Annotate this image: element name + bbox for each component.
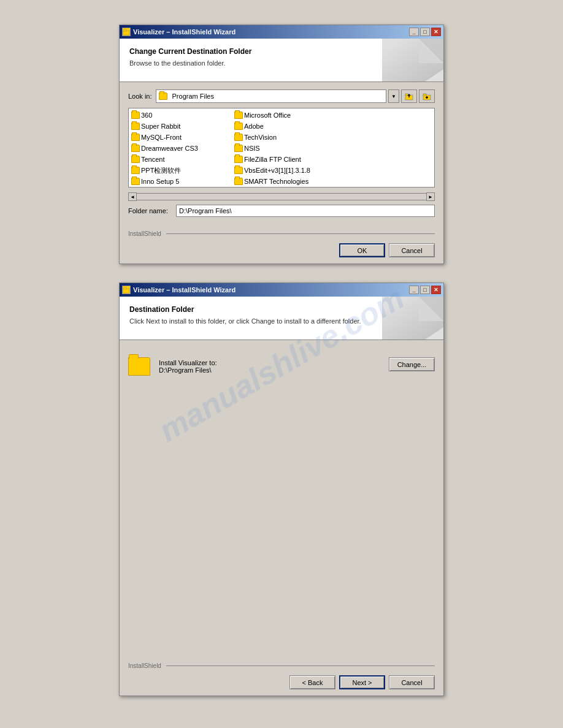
look-in-dropdown-arrow[interactable]: ▼ <box>388 89 399 103</box>
folder-name-row: Folder name: <box>128 205 435 217</box>
header-subtitle-2: Click Next to install to this folder, or… <box>129 317 372 325</box>
list-item[interactable]: SMART Technologies <box>233 176 336 187</box>
list-item[interactable]: 360 <box>130 110 233 121</box>
list-item[interactable]: PPT检测软件 <box>130 165 233 176</box>
close-button-2[interactable]: ✕ <box>431 286 441 294</box>
folder-icon <box>234 167 243 174</box>
window2: Visualizer – InstallShield Wizard _ □ ✕ … <box>119 282 444 696</box>
folder-icon <box>131 178 140 185</box>
folder-icon <box>234 156 243 163</box>
folder-icon <box>234 112 243 119</box>
minimize-button-1[interactable]: _ <box>409 28 419 36</box>
folder-icon <box>234 145 243 152</box>
svg-rect-1 <box>123 29 126 31</box>
large-folder-icon <box>128 357 150 376</box>
installshield-label-2: InstallShield <box>128 662 161 669</box>
scrollbar-area[interactable]: ◄ ► <box>128 192 435 201</box>
folder-name-input[interactable] <box>176 205 435 217</box>
back-button[interactable]: < Back <box>289 675 335 689</box>
header-title-2: Destination Folder <box>129 305 372 314</box>
folder-icon <box>131 123 140 130</box>
file-list[interactable]: 360 Microsoft Office Super Rabbit Adobe … <box>128 108 435 188</box>
installshield-label-1: InstallShield <box>128 230 161 237</box>
list-item[interactable]: Tencent <box>130 154 233 165</box>
title-bar-1: Visualizer – InstallShield Wizard _ □ ✕ <box>120 25 443 39</box>
button-bar-2: < Back Next > Cancel <box>120 672 443 696</box>
list-item[interactable]: Microsoft Office <box>233 110 336 121</box>
folder-icon <box>131 167 140 174</box>
svg-rect-10 <box>423 94 426 96</box>
title-text-2: Visualizer – InstallShield Wizard <box>133 286 236 294</box>
scroll-track <box>137 193 426 200</box>
folder-icon <box>234 134 243 141</box>
folder-icon <box>131 156 140 163</box>
install-to-label: Install Visualizer to: <box>159 359 380 366</box>
list-item[interactable]: Kingsoft <box>233 187 336 188</box>
header-title-1: Change Current Destination Folder <box>129 47 372 56</box>
install-destination-row: Install Visualizer to: D:\Program Files\… <box>128 357 435 376</box>
folder-icon <box>131 112 140 119</box>
header-graphic-2 <box>382 297 443 339</box>
app-icon-1 <box>122 28 131 36</box>
look-in-value: Program Files <box>172 93 383 100</box>
separator-2 <box>166 665 435 666</box>
destination-body: Install Visualizer to: D:\Program Files\… <box>120 340 443 536</box>
new-folder-button[interactable] <box>419 89 435 103</box>
next-button[interactable]: Next > <box>339 675 385 689</box>
folder-name-label: Folder name: <box>128 207 171 214</box>
title-text-1: Visualizer – InstallShield Wizard <box>133 28 236 36</box>
header-graphic-1 <box>382 39 443 82</box>
folder-icon <box>131 134 140 141</box>
app-icon-2 <box>122 286 131 294</box>
installshield-footer-1: InstallShield <box>120 227 443 240</box>
header-section-1: Change Current Destination Folder Browse… <box>120 39 443 82</box>
scroll-left-button[interactable]: ◄ <box>128 192 137 201</box>
list-item[interactable]: Adobe <box>233 121 336 132</box>
svg-rect-14 <box>123 287 126 289</box>
maximize-button-2[interactable]: □ <box>420 286 430 294</box>
separator-1 <box>166 233 435 234</box>
list-item[interactable]: Dreamweaver CS3 <box>130 143 233 154</box>
header-subtitle-1: Browse to the destination folder. <box>129 59 372 67</box>
window1: Visualizer – InstallShield Wizard _ □ ✕ … <box>119 25 444 264</box>
list-item[interactable]: TechVision <box>233 132 336 143</box>
look-in-label: Look in: <box>128 93 152 100</box>
folder-icon <box>234 178 243 185</box>
title-bar-2: Visualizer – InstallShield Wizard _ □ ✕ <box>120 283 443 297</box>
list-item[interactable]: MySQL-Front <box>130 132 233 143</box>
cancel-button-2[interactable]: Cancel <box>389 675 435 689</box>
install-path: D:\Program Files\ <box>159 366 380 374</box>
close-button-1[interactable]: ✕ <box>431 28 441 36</box>
look-in-folder-icon <box>159 93 167 100</box>
list-item[interactable]: Inno Setup 5 <box>130 176 233 187</box>
minimize-button-2[interactable]: _ <box>409 286 419 294</box>
list-item[interactable]: Visualizer <box>130 187 233 188</box>
folder-icon <box>131 145 140 152</box>
ok-button[interactable]: OK <box>339 243 385 257</box>
spacer <box>120 536 443 659</box>
look-in-row: Look in: Program Files ▼ <box>128 89 435 103</box>
list-item[interactable]: NSIS <box>233 143 336 154</box>
change-button[interactable]: Change... <box>389 357 435 371</box>
cancel-button-1[interactable]: Cancel <box>389 243 435 257</box>
maximize-button-1[interactable]: □ <box>420 28 430 36</box>
list-item[interactable]: VbsEdit+v3[1][1].3.1.8 <box>233 165 336 176</box>
look-in-combo[interactable]: Program Files <box>156 89 386 103</box>
navigate-up-button[interactable] <box>401 89 417 103</box>
folder-icon <box>234 123 243 130</box>
installshield-footer-2: InstallShield <box>120 659 443 672</box>
header-section-2: Destination Folder Click Next to install… <box>120 297 443 340</box>
list-item[interactable]: FileZilla FTP Client <box>233 154 336 165</box>
list-item[interactable]: Super Rabbit <box>130 121 233 132</box>
scroll-right-button[interactable]: ► <box>426 192 435 201</box>
button-bar-1: OK Cancel <box>120 240 443 264</box>
